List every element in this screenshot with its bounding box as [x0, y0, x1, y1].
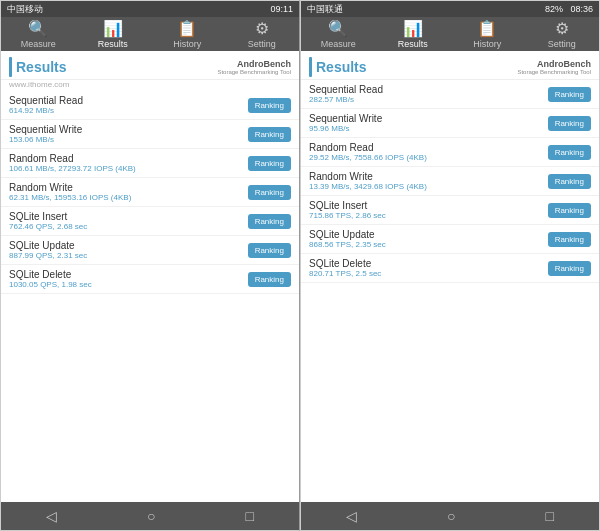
right-history-icon: 📋	[477, 21, 497, 37]
right-bench-value-3: 13.39 MB/s, 3429.68 IOPS (4KB)	[309, 182, 548, 191]
right-recents-btn[interactable]: □	[546, 508, 554, 524]
left-recents-btn[interactable]: □	[246, 508, 254, 524]
setting-icon: ⚙	[255, 21, 269, 37]
right-nav-setting[interactable]: ⚙ Setting	[525, 21, 600, 49]
left-ranking-btn-5[interactable]: Ranking	[248, 243, 291, 258]
left-bench-info-6: SQLite Delete 1030.05 QPS, 1.98 sec	[9, 269, 248, 289]
right-bench-name-3: Random Write	[309, 171, 548, 182]
right-bench-name-6: SQLite Delete	[309, 258, 548, 269]
left-nav-results[interactable]: 📊 Results	[76, 21, 151, 49]
left-ranking-btn-1[interactable]: Ranking	[248, 127, 291, 142]
left-bench-value-6: 1030.05 QPS, 1.98 sec	[9, 280, 248, 289]
right-logo-name: AndroBench	[537, 59, 591, 69]
right-bottom-nav: ◁ ○ □	[301, 502, 599, 530]
right-back-btn[interactable]: ◁	[346, 508, 357, 524]
right-ranking-btn-2[interactable]: Ranking	[548, 145, 591, 160]
right-accent-bar	[309, 57, 312, 77]
left-header: Results AndroBench Storage Benchmarking …	[1, 51, 299, 80]
left-nav-measure[interactable]: 🔍 Measure	[1, 21, 76, 49]
left-row-6: SQLite Delete 1030.05 QPS, 1.98 sec Rank…	[1, 265, 299, 294]
left-bench-name-2: Random Read	[9, 153, 248, 164]
right-ranking-btn-3[interactable]: Ranking	[548, 174, 591, 189]
right-bench-value-5: 868.56 TPS, 2.35 sec	[309, 240, 548, 249]
left-bench-value-3: 62.31 MB/s, 15953.16 IOPS (4KB)	[9, 193, 248, 202]
right-ranking-btn-1[interactable]: Ranking	[548, 116, 591, 131]
right-nav-results[interactable]: 📊 Results	[376, 21, 451, 49]
measure-icon: 🔍	[28, 21, 48, 37]
right-ranking-btn-5[interactable]: Ranking	[548, 232, 591, 247]
left-content: Results AndroBench Storage Benchmarking …	[1, 51, 299, 502]
left-results-title: Results	[16, 59, 217, 75]
left-bench-name-3: Random Write	[9, 182, 248, 193]
history-icon: 📋	[177, 21, 197, 37]
left-row-3: Random Write 62.31 MB/s, 15953.16 IOPS (…	[1, 178, 299, 207]
left-ranking-btn-4[interactable]: Ranking	[248, 214, 291, 229]
right-bench-value-2: 29.52 MB/s, 7558.66 IOPS (4KB)	[309, 153, 548, 162]
right-nav-measure[interactable]: 🔍 Measure	[301, 21, 376, 49]
right-bench-info-0: Sequential Read 282.57 MB/s	[309, 84, 548, 104]
right-carrier: 中国联通	[307, 3, 343, 16]
right-bench-value-4: 715.86 TPS, 2.86 sec	[309, 211, 548, 220]
right-time: 08:36	[570, 4, 593, 14]
right-row-3: Random Write 13.39 MB/s, 3429.68 IOPS (4…	[301, 167, 599, 196]
left-watermark: www.ithome.com	[1, 80, 299, 91]
left-nav-bar: 🔍 Measure 📊 Results 📋 History ⚙ Setting	[1, 17, 299, 51]
right-header: Results AndroBench Storage Benchmarking …	[301, 51, 599, 80]
right-bench-info-1: Sequential Write 95.96 MB/s	[309, 113, 548, 133]
left-bench-name-1: Sequential Write	[9, 124, 248, 135]
left-status-bar: 中国移动 09:11	[1, 1, 299, 17]
left-back-btn[interactable]: ◁	[46, 508, 57, 524]
left-bottom-nav: ◁ ○ □	[1, 502, 299, 530]
left-home-btn[interactable]: ○	[147, 508, 155, 524]
left-bench-value-4: 762.46 QPS, 2.68 sec	[9, 222, 248, 231]
left-row-4: SQLite Insert 762.46 QPS, 2.68 sec Ranki…	[1, 207, 299, 236]
left-ranking-btn-6[interactable]: Ranking	[248, 272, 291, 287]
right-row-0: Sequential Read 282.57 MB/s Ranking	[301, 80, 599, 109]
right-row-4: SQLite Insert 715.86 TPS, 2.86 sec Ranki…	[301, 196, 599, 225]
left-row-0: Sequential Read 614.92 MB/s Ranking	[1, 91, 299, 120]
right-bench-name-4: SQLite Insert	[309, 200, 548, 211]
right-row-6: SQLite Delete 820.71 TPS, 2.5 sec Rankin…	[301, 254, 599, 283]
right-battery-time: 82% 08:36	[545, 4, 593, 14]
phones-container: 中国移动 09:11 🔍 Measure 📊 Results 📋 History…	[0, 0, 600, 531]
left-bench-info-3: Random Write 62.31 MB/s, 15953.16 IOPS (…	[9, 182, 248, 202]
left-bench-name-5: SQLite Update	[9, 240, 248, 251]
left-nav-setting[interactable]: ⚙ Setting	[225, 21, 300, 49]
left-row-5: SQLite Update 887.99 QPS, 2.31 sec Ranki…	[1, 236, 299, 265]
right-results-title: Results	[316, 59, 517, 75]
left-ranking-btn-3[interactable]: Ranking	[248, 185, 291, 200]
right-bench-value-1: 95.96 MB/s	[309, 124, 548, 133]
left-ranking-btn-0[interactable]: Ranking	[248, 98, 291, 113]
right-bench-info-3: Random Write 13.39 MB/s, 3429.68 IOPS (4…	[309, 171, 548, 191]
left-time: 09:11	[270, 4, 293, 14]
left-bench-value-5: 887.99 QPS, 2.31 sec	[9, 251, 248, 260]
left-row-1: Sequential Write 153.06 MB/s Ranking	[1, 120, 299, 149]
left-carrier: 中国移动	[7, 3, 43, 16]
right-setting-icon: ⚙	[555, 21, 569, 37]
right-nav-bar: 🔍 Measure 📊 Results 📋 History ⚙ Setting	[301, 17, 599, 51]
left-logo-name: AndroBench	[237, 59, 291, 69]
right-phone: 中国联通 82% 08:36 🔍 Measure 📊 Results 📋 His…	[300, 0, 600, 531]
left-row-2: Random Read 106.61 MB/s, 27293.72 IOPS (…	[1, 149, 299, 178]
right-ranking-btn-4[interactable]: Ranking	[548, 203, 591, 218]
right-bench-info-4: SQLite Insert 715.86 TPS, 2.86 sec	[309, 200, 548, 220]
right-bench-info-6: SQLite Delete 820.71 TPS, 2.5 sec	[309, 258, 548, 278]
right-bench-info-5: SQLite Update 868.56 TPS, 2.35 sec	[309, 229, 548, 249]
right-bench-name-1: Sequential Write	[309, 113, 548, 124]
right-bench-name-5: SQLite Update	[309, 229, 548, 240]
left-bench-info-4: SQLite Insert 762.46 QPS, 2.68 sec	[9, 211, 248, 231]
results-icon: 📊	[103, 21, 123, 37]
left-bench-value-0: 614.92 MB/s	[9, 106, 248, 115]
left-nav-history[interactable]: 📋 History	[150, 21, 225, 49]
right-bench-value-0: 282.57 MB/s	[309, 95, 548, 104]
right-bench-info-2: Random Read 29.52 MB/s, 7558.66 IOPS (4K…	[309, 142, 548, 162]
right-bench-value-6: 820.71 TPS, 2.5 sec	[309, 269, 548, 278]
right-ranking-btn-6[interactable]: Ranking	[548, 261, 591, 276]
right-home-btn[interactable]: ○	[447, 508, 455, 524]
left-bench-info-2: Random Read 106.61 MB/s, 27293.72 IOPS (…	[9, 153, 248, 173]
left-bench-info-1: Sequential Write 153.06 MB/s	[9, 124, 248, 144]
right-ranking-btn-0[interactable]: Ranking	[548, 87, 591, 102]
right-battery: 82%	[545, 4, 563, 14]
left-ranking-btn-2[interactable]: Ranking	[248, 156, 291, 171]
right-nav-history[interactable]: 📋 History	[450, 21, 525, 49]
